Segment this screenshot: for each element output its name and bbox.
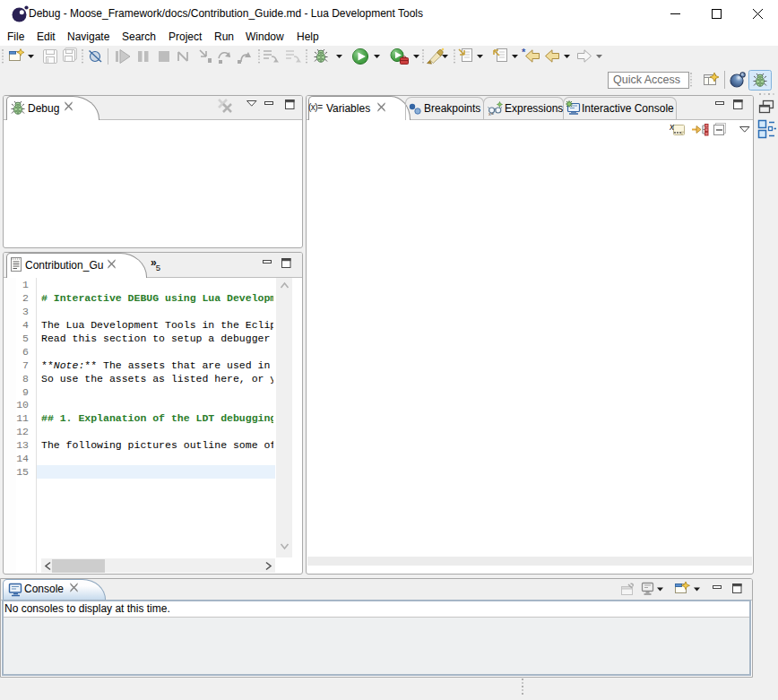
svg-text:(x)=: (x)= bbox=[308, 102, 323, 112]
svg-text:*: * bbox=[522, 47, 526, 57]
